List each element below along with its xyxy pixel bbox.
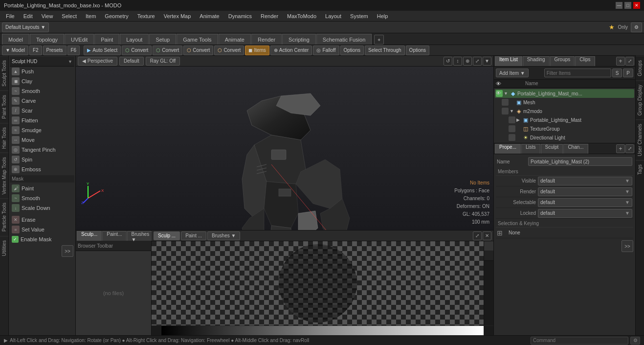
menu-maxtomodo[interactable]: MaxToModo [283,12,320,20]
render-value[interactable]: default ▼ [538,187,632,196]
item-list-plus[interactable]: + [616,57,625,66]
convert-button-3[interactable]: ⬡ Convert [183,46,213,55]
menu-dynamics[interactable]: Dynamics [224,12,256,20]
perspective-button[interactable]: ◀ Perspective [78,57,117,66]
bc-tab1[interactable]: Sculp ... [154,231,180,240]
brushes-tab[interactable]: Brushes ▼ [127,231,154,241]
vtab-paint[interactable]: Paint Tools [0,91,8,123]
maximize-button[interactable]: □ [624,2,631,9]
bc-tab2[interactable]: Paint ... [181,231,206,240]
vtab-sculpt[interactable]: Sculpt Tools [0,56,8,91]
menu-item[interactable]: Item [82,12,100,20]
menu-system[interactable]: System [346,12,372,20]
tree-item-mesh[interactable]: ▣ Mesh [495,98,634,107]
tab-game-tools[interactable]: Game Tools [177,34,218,45]
convert-button-2[interactable]: ⬡ Convert [153,46,182,55]
selectable-value[interactable]: default ▼ [538,198,632,207]
convert-button-1[interactable]: ⬡ Convert [122,46,152,55]
expand-button[interactable]: >> [62,245,73,257]
eye-icon-root[interactable]: 👁 [496,90,503,97]
close-button[interactable]: ✕ [633,2,640,9]
tab-schematic[interactable]: Schematic Fusion [316,34,372,45]
tool-smudge[interactable]: ≈ Smudge [10,125,74,135]
action-center-button[interactable]: ⊕ Action Center [270,46,312,55]
command-input[interactable] [531,337,628,345]
tab-uvedit[interactable]: UVEdit [65,34,94,45]
tool-mask-paint[interactable]: 🖌 Paint [10,184,74,193]
vp-pan-icon[interactable]: ↕ [453,57,462,66]
tree-item-root[interactable]: 👁 ▼ ◆ Portable_Lighting_Mast_mo... [495,89,634,98]
eye-icon-mesh[interactable] [502,99,509,106]
tool-emboss[interactable]: ⊕ Emboss [10,164,74,174]
tree-item-m2modo[interactable]: ▼ ◈ m2modo [495,107,634,115]
tool-scale-down[interactable]: ↓ Scale Down [10,203,74,213]
vtab-hair[interactable]: Hair Tools [0,123,8,153]
menu-layout[interactable]: Layout [321,12,345,20]
ptab-sculpt[interactable]: Sculpt [541,144,563,154]
tree-item-portable[interactable]: ▶ ▣ Portable_Lighting_Mast [495,115,634,124]
tool-move[interactable]: ↔ Move [10,135,74,145]
vp-rotate-icon[interactable]: ↺ [444,57,452,66]
tree-item-light[interactable]: ☀ Directional Light [495,133,634,142]
tool-mask-smooth[interactable]: ~ Smooth [10,193,74,203]
tab-topology[interactable]: Topology [30,34,64,45]
vtab-vertex-map[interactable]: Vertex Map Tools [0,153,8,199]
layout-dropdown[interactable]: Default Layouts ▼ [2,23,49,32]
menu-select[interactable]: Select [58,12,81,20]
tab-animate[interactable]: Animate [219,34,251,45]
add-tab-button[interactable]: + [374,35,384,45]
tool-spin[interactable]: ↺ Spin [10,155,74,164]
vtab-groups[interactable]: Groups [636,56,644,80]
vtab-group-display[interactable]: Group Display [636,80,644,119]
tree-item-texture[interactable]: ◫ TextureGroup [495,124,634,133]
eye-icon-portable[interactable] [509,116,515,123]
menu-edit[interactable]: Edit [20,12,37,20]
vtab-particle[interactable]: Particle Tools [0,198,8,235]
add-item-button[interactable]: Add Item ▼ [496,69,529,77]
props-plus[interactable]: + [616,144,625,153]
menu-texture[interactable]: Texture [133,12,159,20]
tool-tangent-pinch[interactable]: ◎ Tangent Pinch [10,145,74,155]
thumb-btn-2[interactable] [484,251,493,261]
ptab-lists[interactable]: Lists [521,144,540,154]
tool-carve[interactable]: ✎ Carve [10,96,74,106]
vtab-utilities[interactable]: Utilities [0,236,8,260]
tool-scar[interactable]: / Scar [10,106,74,115]
item-list-expand[interactable]: ⤢ [625,57,634,66]
name-input[interactable] [528,157,632,166]
minimize-button[interactable]: — [616,2,622,9]
filter-items-input[interactable] [544,69,611,77]
tool-push[interactable]: ▲ Push [10,67,74,76]
auto-select-button[interactable]: ▶ Auto Select [84,46,121,55]
vtab-user-channels[interactable]: User Channels [636,119,644,160]
vp-expand-icon[interactable]: ⤢ [473,57,482,66]
bc-expand-icon[interactable]: ⤢ [473,231,482,240]
filter-p-button[interactable]: P [623,69,633,77]
props-expand[interactable]: ⤢ [625,144,634,153]
bc-tab3[interactable]: Brushes ▼ [207,231,240,240]
menu-animate[interactable]: Animate [196,12,223,20]
menu-help[interactable]: Help [373,12,392,20]
mask-section-header[interactable]: Mask [10,175,74,183]
tab-clips[interactable]: Clips [575,56,595,66]
vtab-tags[interactable]: Tags [636,160,644,179]
enable-mask-checkbox[interactable]: ✓ [12,236,19,243]
tool-set-value[interactable]: = Set Value [10,225,74,234]
3d-viewport[interactable]: X Y Z No Items Polygons : Face Channels:… [76,67,493,230]
settings-button[interactable]: ⚙ [631,23,642,32]
tab-item-list[interactable]: Item List [495,56,522,66]
options2-button[interactable]: Options [406,46,429,55]
tab-setup[interactable]: Setup [149,34,176,45]
visible-value[interactable]: default ▼ [538,177,632,185]
tab-paint[interactable]: Paint [94,34,119,45]
filter-s-button[interactable]: S [612,69,622,77]
view-default-button[interactable]: Default [119,57,144,66]
locked-value[interactable]: default ▼ [538,209,632,218]
tab-scripting[interactable]: Scripting [282,34,316,45]
ptab-chan[interactable]: Chan... [563,144,588,154]
eye-icon-light[interactable] [509,134,515,141]
vp-menu-icon[interactable]: ▼ [483,57,491,66]
thumb-btn-1[interactable] [484,241,493,251]
vp-zoom-icon[interactable]: ⊕ [463,57,472,66]
tool-smooth[interactable]: ~ Smooth [10,86,74,96]
